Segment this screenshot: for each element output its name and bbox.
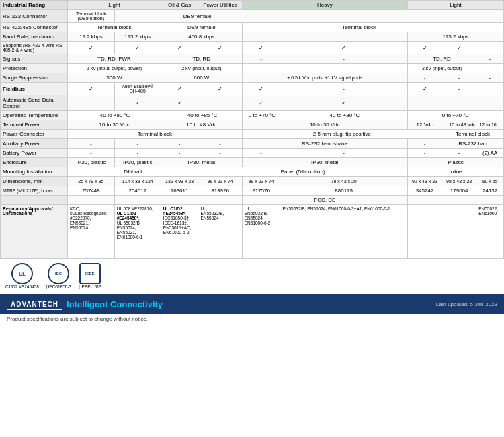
footer: ADVANTECH Intelligent Connectivity Last … [0,294,504,314]
reg-c6: EN55032/B, EN55024, EN61000-6-3+A1, EN61… [280,205,408,259]
dim-c6: 78 x 43 x 20 [280,177,408,186]
baud-label: Baud Rate, maximum [1,32,68,42]
rs422-label: RS-422/485 Connector [1,23,68,32]
reg-c4: UL,EN55032/B,EN55024 [198,205,242,259]
aux-power-c1: - [68,139,115,149]
terminal-power-c5: 10 to 48 Vdc 12 to 16 [442,120,504,130]
fieldbus-c8: - [442,83,476,95]
fieldbus-label: Fieldbus [1,83,68,95]
industry-light1: Light [68,1,161,10]
signals-label: Signals [1,54,68,64]
aux-power-c4: - [198,139,242,149]
fcc-c7 [442,196,476,205]
fcc-c3 [161,196,198,205]
op-temp-label: Operating Temperature [1,111,68,120]
supports-c3: ✓ [161,42,198,54]
main-container: Industrial Rating Light Oil & Gas Power … [0,0,504,324]
signals-c2: TD, RD [161,54,242,64]
rs232-empty [280,10,504,23]
disclaimer: Product specifications are subject to ch… [0,314,504,324]
ieee-box: IEEE [79,263,101,284]
surge-c3: ± 0.5 k Vdc ports, ±1 kV signal ports [242,73,407,83]
reg-c2: UL 508 #E222870,UL C1/D2#E245458*,UL 550… [114,205,161,259]
surge-c2: 600 W [161,73,242,83]
rs422-terminal2: Terminal block [242,23,476,32]
auto-send-c1: - [68,95,115,111]
industry-power: Power Utilities [198,1,242,10]
baud-c1: 19.2 kbps [68,32,115,42]
terminal-power-c4: 12 Vdc [407,120,442,130]
supports-c8: ✓ [442,42,476,54]
aux-power-row: Auxiliary Power - - - - RS-232 handshake… [1,139,504,149]
ieee-label: ‡IEEE-1613 [78,284,101,289]
power-connector-c1: Terminal block [68,130,243,139]
protection-c3: - [242,64,280,73]
mtbf-c2: 254617 [114,186,161,196]
auto-send-row: Automatic Send Data Control - ✓ ✓ ✓ ✓ [1,95,504,111]
regulatory-row: Regulatory/Approvals/Certifications KCC,… [1,205,504,259]
dim-c4: 99 x 23 x 74 [198,177,242,186]
fieldbus-c1: ✓ [68,83,115,95]
protection-c2: 2 kV (input, output) [161,64,242,73]
enclosure-c3: IP30, metal [161,158,242,167]
enclosure-c4: IP30, metal [242,158,407,167]
baud-c3: 460.8 kbps [161,32,242,42]
rs422-empty [476,23,504,32]
protection-label: Protection [1,64,68,73]
baud-c4 [242,32,407,42]
mtbf-c1: 257448 [68,186,115,196]
fieldbus-c6: - [280,83,408,95]
protection-c4: - [280,64,408,73]
rs232-terminal: Terminal block(DB9 option) [68,10,115,23]
supports-c5: ✓ [242,42,280,54]
dimensions-row: Dimensions, mm 25 x 79 x 95 114 x 33 x 1… [1,177,504,186]
auto-send-c9 [476,95,504,111]
supports-label: Supports (RS-422 4-wire RS-485 2 & 4 wir… [1,42,68,54]
battery-c6: - [280,149,408,158]
footer-logo: ADVANTECH [7,299,62,310]
ul-label: C1/D2 #E245458 [5,284,39,289]
mounting-label: Mounting Installation [1,167,68,177]
aux-power-c5: RS-232 handshake [242,139,407,149]
power-connector-c3: Terminal block [442,130,504,139]
op-temp-c3: -0 to +70 °C [242,111,280,120]
rs422-terminal1: Terminal block [68,23,161,32]
battery-c8: - [442,149,476,158]
baud-c2: 115.2 kbps [114,32,161,42]
mtbf-c4: 313926 [198,186,242,196]
auto-send-c2: ✓ [114,95,161,111]
surge-label: Surge Suppression [1,73,68,83]
signals-c3: - [242,54,280,64]
fieldbus-row: Fieldbus ✓ Allen-Bradley®DH-485 ✓ ✓ ✓ - … [1,83,504,95]
power-connector-c2: 2.5 mm plug, tip positive [242,130,442,139]
mtbf-label: MTBF (MIL217F), hours [1,186,68,196]
auto-send-c7 [407,95,442,111]
cert-ieee-icon: IEEE ‡IEEE-1613 [78,263,101,289]
auto-send-label: Automatic Send Data Control [1,95,68,111]
surge-c5: - [442,73,476,83]
baud-rate-row: Baud Rate, maximum 19.2 kbps 115.2 kbps … [1,32,504,42]
protection-c6: - [476,64,504,73]
surge-c6: - [476,73,504,83]
fcc-c8 [476,196,504,205]
iec-circle: IEC [48,263,69,284]
rs232-label: RS-232 Connector [1,10,68,23]
fcc-label [1,196,68,205]
mounting-c3: Inline [407,167,503,177]
dimensions-label: Dimensions, mm [1,177,68,186]
surge-c4: - [407,73,442,83]
industry-rating-label: Industrial Rating [1,1,68,10]
fcc-row: FCC, CE [1,196,504,205]
fcc-c2 [114,196,161,205]
reg-c9: EN55022,EN61000 [476,205,504,259]
protection-c5: 2 kV (input, output) [407,64,476,73]
mounting-c2: Panel (DIN option) [198,167,408,177]
protection-c1: 2 kV (input, output, power) [68,64,161,73]
enclosure-c5: Plastic [407,158,503,167]
reg-c1: KCC,cULus Recognized#E222870,EN55021,EN5… [68,205,115,259]
supports-c2: ✓ [114,42,161,54]
supports-row: Supports (RS-422 4-wire RS-485 2 & 4 wir… [1,42,504,54]
dim-c3: 132 x 93 x 33 [161,177,198,186]
dim-c5: 99 x 23 x 74 [242,177,280,186]
baud-c5: 115.2 kbps [407,32,503,42]
